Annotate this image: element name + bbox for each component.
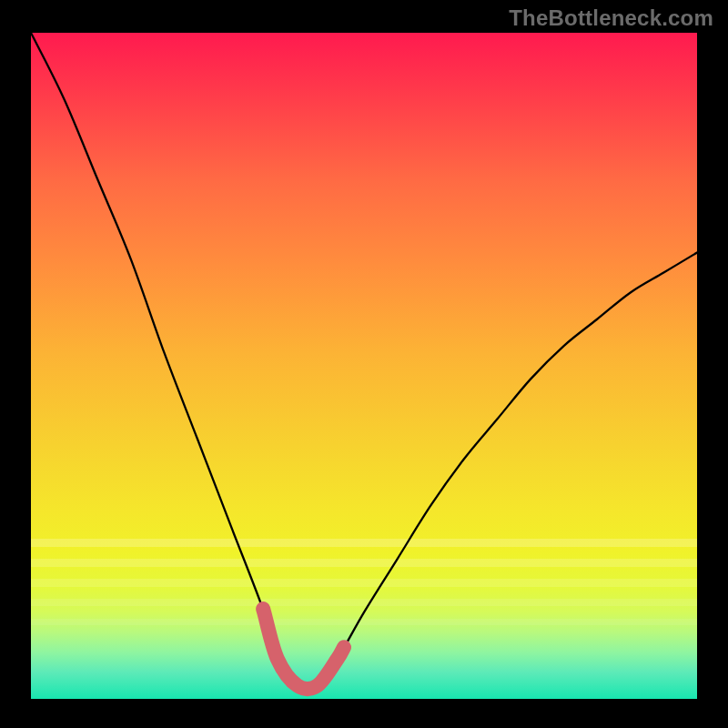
bottleneck-curve bbox=[31, 33, 697, 689]
watermark-text: TheBottleneck.com bbox=[509, 7, 713, 29]
optimal-range-marker bbox=[263, 609, 344, 689]
chart-container: TheBottleneck.com bbox=[0, 0, 728, 728]
curve-svg bbox=[31, 33, 697, 699]
plot-area bbox=[31, 33, 697, 699]
